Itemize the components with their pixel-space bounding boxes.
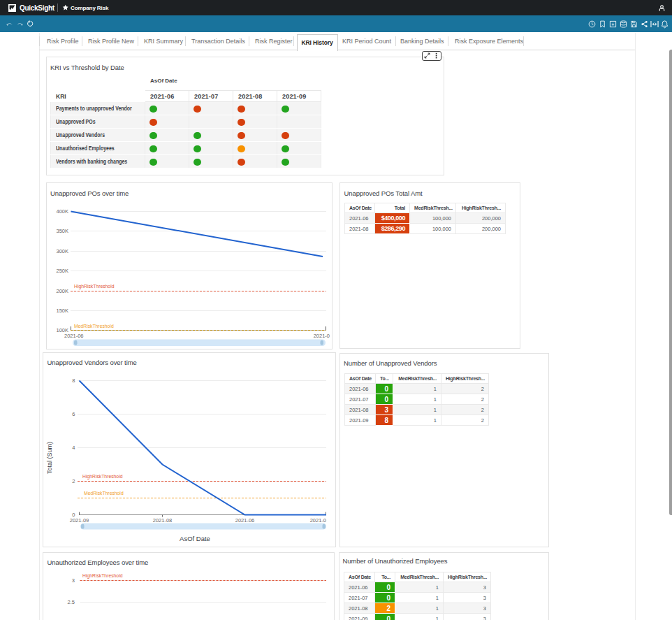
svg-text:Total (Sum): Total (Sum): [46, 442, 53, 474]
svg-text:250K: 250K: [56, 268, 68, 274]
svg-text:150K: 150K: [56, 308, 68, 314]
svg-text:HighRiskThreshold: HighRiskThreshold: [82, 573, 123, 579]
svg-text:2.5: 2.5: [68, 599, 75, 605]
svg-text:2021-06: 2021-06: [235, 517, 255, 524]
svg-text:4: 4: [72, 445, 75, 451]
svg-text:MedRiskThreshold: MedRiskThreshold: [74, 324, 114, 329]
svg-text:2021-06: 2021-06: [64, 333, 84, 339]
svg-text:2021-08: 2021-08: [153, 517, 173, 524]
svg-text:HighRiskThreshold: HighRiskThreshold: [82, 474, 123, 480]
svg-text:2021-0: 2021-0: [314, 333, 330, 339]
svg-text:350K: 350K: [56, 228, 68, 234]
svg-text:MedRiskThreshold: MedRiskThreshold: [84, 491, 124, 496]
svg-text:300K: 300K: [56, 248, 68, 254]
svg-text:2021-0: 2021-0: [310, 517, 326, 524]
svg-text:2021-09: 2021-09: [70, 517, 89, 524]
svg-text:400K: 400K: [56, 208, 68, 215]
svg-text:HighRiskThreshold: HighRiskThreshold: [74, 284, 115, 289]
svg-text:8: 8: [72, 377, 75, 384]
svg-text:3: 3: [72, 577, 75, 584]
svg-text:200K: 200K: [56, 288, 68, 294]
svg-text:AsOf Date: AsOf Date: [180, 535, 210, 542]
svg-text:6: 6: [72, 411, 75, 417]
svg-text:2: 2: [72, 478, 75, 484]
